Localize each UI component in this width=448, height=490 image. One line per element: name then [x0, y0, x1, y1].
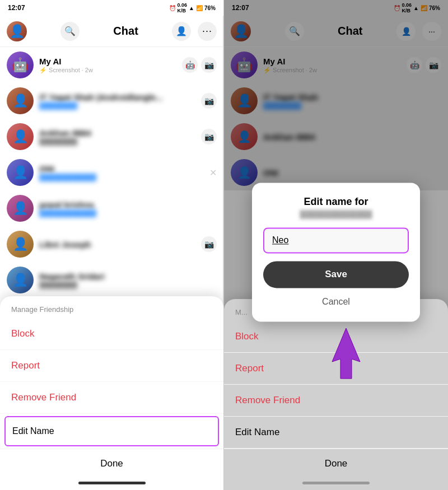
list-item[interactable]: 👤 ONI ████████████ ✕	[0, 155, 223, 190]
edit-name-item-right: Edit Name	[224, 417, 448, 449]
list-item[interactable]: 👤 IT Yagat Shah (Androidlangle... ██████…	[0, 83, 223, 119]
add-friend-button-left[interactable]: 👤	[172, 22, 191, 41]
data-icon: 0.06K/B	[178, 2, 188, 13]
chat-name-6-left: Nagarath Sridari	[39, 272, 217, 281]
signal-icon: 📶	[196, 5, 203, 11]
chat-info-1-left: IT Yagat Shah (Androidlangle... ████████…	[39, 92, 195, 110]
avatar-5-left: 👤	[7, 231, 34, 258]
remove-friend-item-left[interactable]: Remove Friend	[0, 382, 223, 414]
remove-friend-item-right: Remove Friend	[224, 385, 448, 417]
chat-sub-1-left: ████████ ·	[39, 102, 195, 110]
avatar-3-left: 👤	[7, 159, 34, 186]
edit-name-item-left[interactable]: Edit Name	[4, 416, 219, 446]
search-icon-left: 🔍	[64, 26, 76, 36]
status-icons-left: ⏰ 0.06K/B ▲ 📶 76%	[169, 2, 216, 13]
more-icon-left: ···	[202, 25, 212, 37]
snap-icon-1-left: 📷	[201, 93, 217, 109]
bottom-sheet-left: Manage Friendship Block Report Remove Fr…	[0, 296, 223, 490]
chat-name-3-left: ONI	[39, 164, 204, 174]
camera-icon-left: 📷	[201, 57, 217, 73]
close-icon-3-left: ✕	[209, 167, 217, 178]
chat-name-ai-left: My AI	[39, 57, 176, 66]
chat-right-1-left: 📷	[201, 93, 217, 109]
edit-name-dialog: Edit name for ██████████████ Save Cancel	[252, 183, 420, 321]
done-button-right: Done	[224, 449, 448, 478]
arrow-indicator	[321, 323, 371, 386]
bot-icon-left: 🤖	[182, 57, 198, 73]
svg-marker-0	[332, 328, 360, 379]
avatar-2-left: 👤	[7, 123, 34, 150]
home-indicator-bar-right	[302, 482, 370, 484]
alarm-icon: ⏰	[169, 5, 176, 11]
chat-sub-2-left: ████████	[39, 138, 195, 146]
done-button-left[interactable]: Done	[0, 449, 223, 478]
avatar-6-left: 👤	[7, 267, 34, 293]
chat-right-ai-left: 🤖 📷	[182, 57, 217, 73]
snap-icon-5-left: 📷	[201, 236, 217, 252]
chat-sub-ai-left: ⚡ Screenshot · 2w	[39, 66, 176, 74]
list-item[interactable]: 👤 gopal krishna ████████████	[0, 190, 223, 226]
report-item-left[interactable]: Report	[0, 350, 223, 382]
avatar-4-left: 👤	[7, 195, 34, 222]
chat-info-5-left: Libni Joseph	[39, 240, 195, 249]
chat-name-1-left: IT Yagat Shah (Androidlangle...	[39, 92, 195, 102]
nav-bar-left: 👤 🔍 Chat 👤 ···	[0, 16, 223, 47]
chat-sub-3-left: ████████████	[39, 174, 204, 181]
snap-icon-2-left: 📷	[201, 129, 217, 144]
edit-name-wrapper-left: Edit Name	[0, 414, 223, 449]
chat-name-5-left: Libni Joseph	[39, 240, 195, 249]
left-panel: 12:07 ⏰ 0.06K/B ▲ 📶 76% 👤 🔍 Chat 👤 ···	[0, 0, 224, 490]
chat-sub-6-left: ████████	[39, 281, 217, 289]
right-panel: 12:07 ⏰ 0.06K/B ▲ 📶 76% 👤 🔍 Chat 👤 ···	[224, 0, 448, 490]
cancel-button[interactable]: Cancel	[263, 293, 409, 310]
user-avatar-left[interactable]: 👤	[7, 21, 27, 41]
list-item[interactable]: 👤 Ankhan 8884 ████████ 📷	[0, 119, 223, 155]
home-indicator-right	[224, 478, 448, 490]
battery-icon: 76%	[204, 5, 216, 11]
dialog-title: Edit name for	[263, 196, 409, 208]
home-indicator-left	[0, 478, 223, 490]
chat-info-3-left: ONI ████████████	[39, 164, 204, 181]
block-item-left[interactable]: Block	[0, 318, 223, 350]
wifi-icon: ▲	[189, 5, 194, 11]
dialog-subtitle: ██████████████	[263, 210, 409, 218]
chat-list-left: 🤖 My AI ⚡ Screenshot · 2w 🤖 📷 👤 IT Yagat…	[0, 47, 223, 298]
status-bar-left: 12:07 ⏰ 0.06K/B ▲ 📶 76%	[0, 0, 223, 16]
nav-icons-left: 👤 ···	[172, 22, 217, 41]
chat-sub-4-left: ████████████	[39, 209, 217, 217]
home-indicator-bar-left	[78, 482, 146, 484]
chat-right-5-left: 📷	[201, 236, 217, 252]
chat-name-4-left: gopal krishna	[39, 200, 217, 209]
more-button-left[interactable]: ···	[198, 22, 217, 41]
chat-right-2-left: 📷	[201, 129, 217, 144]
avatar-1-left: 👤	[7, 87, 34, 114]
page-title-left: Chat	[113, 25, 138, 38]
chat-info-2-left: Ankhan 8884 ████████	[39, 128, 195, 146]
list-item[interactable]: 👤 Nagarath Sridari ████████	[0, 262, 223, 298]
avatar-ai-left: 🤖	[7, 52, 34, 78]
save-button[interactable]: Save	[263, 261, 409, 288]
chat-info-ai-left: My AI ⚡ Screenshot · 2w	[39, 57, 176, 74]
list-item[interactable]: 👤 Libni Joseph 📷	[0, 226, 223, 262]
chat-info-4-left: gopal krishna ████████████	[39, 200, 217, 217]
status-time-left: 12:07	[8, 4, 25, 12]
search-button-left[interactable]: 🔍	[60, 22, 80, 41]
chat-right-3-left: ✕	[209, 167, 217, 178]
add-person-icon-left: 👤	[176, 26, 187, 36]
sheet-title-left: Manage Friendship	[0, 296, 223, 318]
edit-name-input[interactable]	[263, 227, 409, 253]
chat-info-6-left: Nagarath Sridari ████████	[39, 272, 217, 289]
chat-name-2-left: Ankhan 8884	[39, 128, 195, 138]
list-item[interactable]: 🤖 My AI ⚡ Screenshot · 2w 🤖 📷	[0, 47, 223, 83]
